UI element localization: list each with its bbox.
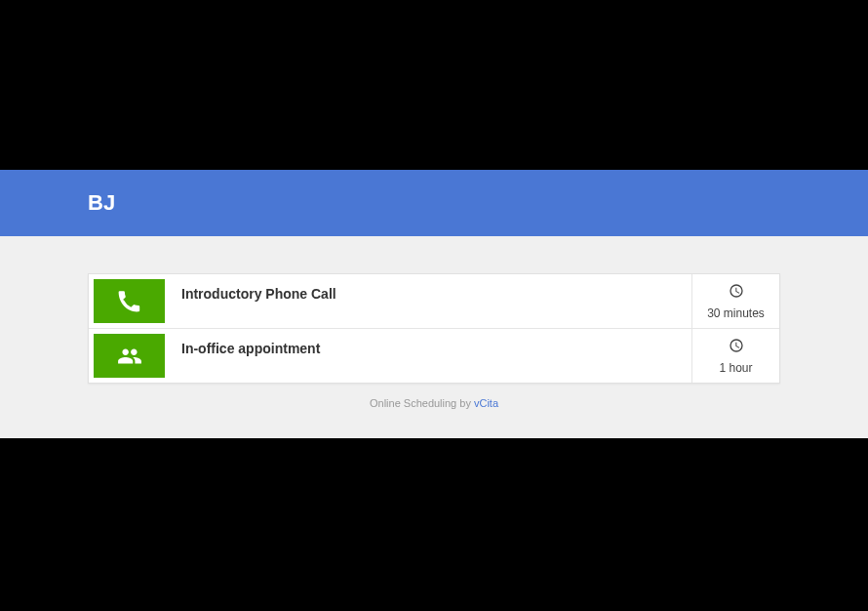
content-area: Introductory Phone Call 30 minutes In-of… (0, 236, 868, 438)
people-icon (94, 334, 165, 378)
service-list: Introductory Phone Call 30 minutes In-of… (88, 273, 780, 384)
duration-text: 30 minutes (707, 306, 765, 320)
duration-box: 30 minutes (691, 274, 779, 328)
service-title: Introductory Phone Call (170, 274, 691, 328)
header: BJ (0, 170, 868, 236)
service-item-in-office[interactable]: In-office appointment 1 hour (89, 329, 779, 383)
service-item-phone-call[interactable]: Introductory Phone Call 30 minutes (89, 274, 779, 329)
clock-icon (729, 338, 744, 357)
service-title: In-office appointment (170, 329, 691, 383)
clock-icon (729, 283, 744, 303)
phone-icon (94, 279, 165, 323)
duration-text: 1 hour (719, 361, 752, 375)
scheduling-widget: BJ Introductory Phone Call 30 minutes (0, 170, 868, 438)
footer-prefix: Online Scheduling by (370, 397, 474, 409)
duration-box: 1 hour (691, 329, 779, 383)
footer-link[interactable]: vCita (474, 397, 498, 409)
header-title: BJ (88, 190, 115, 216)
footer: Online Scheduling by vCita (88, 384, 780, 427)
